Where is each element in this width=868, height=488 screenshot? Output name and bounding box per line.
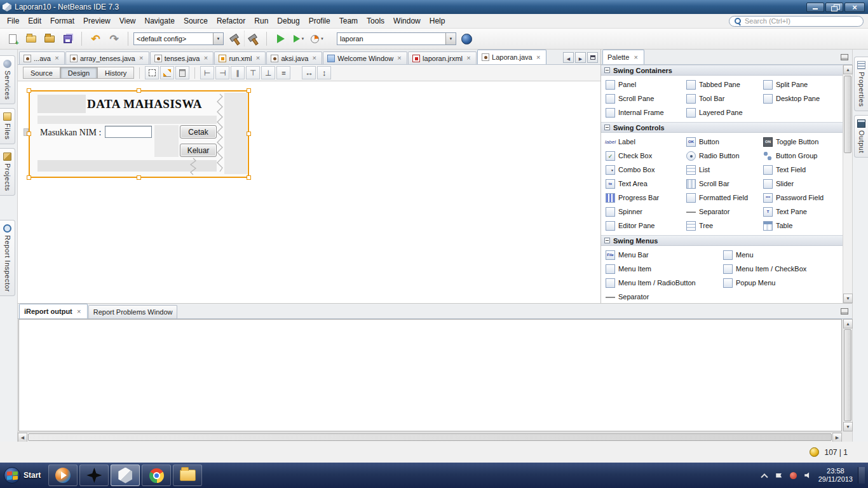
- menu-edit[interactable]: Edit: [24, 15, 46, 27]
- config-combobox[interactable]: <default config>: [133, 32, 224, 45]
- cetak-button[interactable]: Cetak: [180, 125, 217, 139]
- palette-item-toggle-button[interactable]: Toggle Button: [763, 135, 843, 149]
- align-top-button[interactable]: [246, 66, 260, 79]
- palette-item-menu-item[interactable]: Menu Item: [606, 262, 723, 276]
- align-left-button[interactable]: [200, 66, 214, 79]
- debug-project-button[interactable]: [290, 30, 308, 47]
- palette-tab[interactable]: Palette: [602, 50, 644, 64]
- taskbar-app-explorer-icon[interactable]: [173, 464, 202, 486]
- close-tab-icon[interactable]: [396, 55, 403, 62]
- palette-item-password-field[interactable]: Password Field: [763, 191, 843, 205]
- editor-tab-welcome-window[interactable]: Welcome Window: [323, 51, 407, 64]
- design-canvas[interactable]: DATA MAHASISWA Masukkan NIM : Cetak Kelu…: [18, 83, 600, 303]
- output-vertical-scrollbar[interactable]: [843, 319, 852, 431]
- scroll-up-icon[interactable]: [843, 319, 853, 329]
- palette-item-menu-bar[interactable]: Menu Bar: [606, 248, 723, 262]
- open-project-button[interactable]: [41, 30, 58, 47]
- taskbar-app-wmp-icon[interactable]: [48, 464, 78, 486]
- menu-refactor[interactable]: Refactor: [212, 15, 250, 27]
- close-tab-icon[interactable]: [254, 55, 261, 62]
- editor-tab-laporan-java[interactable]: Laporan.java: [477, 50, 546, 64]
- restore-button[interactable]: [825, 3, 843, 12]
- clean-build-button[interactable]: [244, 30, 261, 47]
- scroll-right-icon[interactable]: [832, 433, 842, 442]
- dock-tab-report-inspector[interactable]: Report Inspector: [0, 220, 15, 296]
- palette-item-table[interactable]: Table: [763, 219, 843, 233]
- palette-item-text-pane[interactable]: Text Pane: [763, 205, 843, 219]
- palette-item-label[interactable]: Label: [606, 135, 686, 149]
- resize-handle[interactable]: [27, 175, 31, 180]
- palette-item-check-box[interactable]: Check Box: [606, 149, 686, 163]
- menu-run[interactable]: Run: [250, 15, 273, 27]
- align-center-horizontal-button[interactable]: [231, 66, 245, 79]
- menu-file[interactable]: File: [3, 15, 24, 27]
- resize-handle[interactable]: [27, 132, 31, 136]
- taskbar-app-ink-app-icon[interactable]: [79, 464, 109, 486]
- palette-item-internal-frame[interactable]: Internal Frame: [606, 105, 686, 119]
- menu-view[interactable]: View: [115, 15, 140, 27]
- palette-scrollbar[interactable]: [843, 65, 852, 303]
- align-right-button[interactable]: [215, 66, 229, 79]
- editor-tab-laporan-jrxml[interactable]: laporan.jrxml: [408, 51, 477, 64]
- editor-tab-array-tenses-java[interactable]: array_tenses.java: [65, 51, 149, 64]
- close-button[interactable]: [844, 3, 865, 12]
- menu-tools[interactable]: Tools: [362, 15, 389, 27]
- menu-help[interactable]: Help: [425, 15, 450, 27]
- menu-preview[interactable]: Preview: [79, 15, 115, 27]
- selection-mode-button[interactable]: [145, 66, 159, 79]
- close-tab-icon[interactable]: [632, 54, 639, 61]
- palette-item-slider[interactable]: Slider: [763, 177, 843, 191]
- scroll-up-icon[interactable]: [843, 65, 853, 74]
- dock-tab-files[interactable]: Files: [0, 108, 15, 144]
- minimize-window-group-icon[interactable]: [841, 308, 848, 315]
- dock-tab-projects[interactable]: Projects: [0, 148, 15, 196]
- palette-item-desktop-pane[interactable]: Desktop Pane: [763, 92, 843, 105]
- menu-format[interactable]: Format: [46, 15, 79, 27]
- expand-tray-icon[interactable]: [759, 470, 770, 480]
- close-tab-icon[interactable]: [311, 55, 318, 62]
- palette-item-separator[interactable]: Separator: [686, 205, 763, 219]
- scroll-tabs-left-button[interactable]: [563, 52, 574, 63]
- start-button[interactable]: Start: [1, 464, 46, 487]
- new-file-button[interactable]: [4, 30, 21, 47]
- resize-handle[interactable]: [247, 175, 251, 180]
- preview-design-button[interactable]: [175, 66, 189, 79]
- chevron-down-icon[interactable]: [445, 33, 456, 44]
- palette-item-editor-pane[interactable]: Editor Pane: [606, 219, 686, 233]
- palette-section-swing-containers[interactable]: Swing Containers: [601, 65, 843, 76]
- maximize-window-button[interactable]: [587, 52, 598, 63]
- keluar-button[interactable]: Keluar: [180, 144, 217, 157]
- form-title-label[interactable]: DATA MAHASISWA: [87, 95, 202, 113]
- scrollbar-thumb[interactable]: [844, 329, 851, 421]
- palette-section-swing-menus[interactable]: Swing Menus: [601, 235, 843, 246]
- palette-item-scroll-pane[interactable]: Scroll Pane: [606, 92, 686, 105]
- menu-debug[interactable]: Debug: [273, 15, 304, 27]
- palette-item-text-area[interactable]: Text Area: [606, 177, 686, 191]
- editor-tab-aksi-java[interactable]: aksi.java: [266, 51, 322, 64]
- palette-item-panel[interactable]: Panel: [606, 78, 686, 92]
- scrollbar-thumb[interactable]: [844, 76, 851, 153]
- bottom-tab-ireport-output[interactable]: iReport output: [19, 304, 88, 318]
- bottom-tab-report-problems-window[interactable]: Report Problems Window: [88, 305, 178, 318]
- palette-item-tool-bar[interactable]: Tool Bar: [686, 92, 763, 105]
- minimize-button[interactable]: [806, 3, 824, 12]
- close-tab-icon[interactable]: [76, 308, 83, 315]
- taskbar-clock[interactable]: 23:58 29/11/2013: [818, 467, 853, 484]
- search-input[interactable]: [745, 17, 858, 25]
- palette-item-layered-pane[interactable]: Layered Pane: [686, 105, 763, 119]
- palette-item-combo-box[interactable]: Combo Box: [606, 163, 686, 177]
- build-project-button[interactable]: [226, 30, 243, 47]
- palette-item-button-group[interactable]: Button Group: [763, 149, 843, 163]
- menu-profile[interactable]: Profile: [304, 15, 335, 27]
- taskbar-app-netbeans-icon[interactable]: [111, 464, 140, 486]
- nim-label[interactable]: Masukkan NIM :: [40, 128, 101, 138]
- report-query-combobox[interactable]: [337, 32, 456, 45]
- resize-handle[interactable]: [247, 132, 251, 136]
- resize-vertical-button[interactable]: [317, 66, 331, 79]
- view-button-source[interactable]: Source: [23, 67, 60, 79]
- taskbar-app-chrome-icon[interactable]: [142, 464, 171, 486]
- chevron-down-icon[interactable]: [213, 33, 223, 44]
- volume-icon[interactable]: [803, 470, 813, 480]
- menu-window[interactable]: Window: [389, 15, 425, 27]
- security-icon[interactable]: [789, 470, 799, 480]
